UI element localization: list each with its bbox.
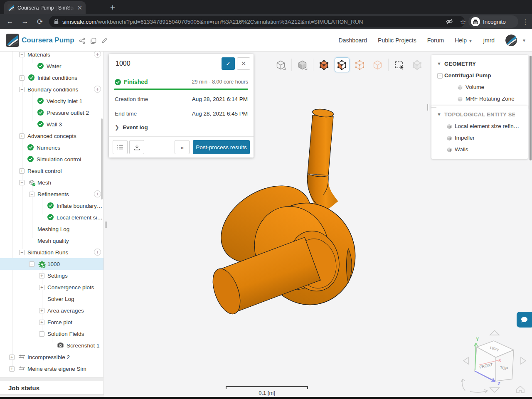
nav-dashboard[interactable]: Dashboard <box>339 37 367 44</box>
tree-item-incompressible-2[interactable]: +Incompressible 2 <box>0 351 104 363</box>
support-chat-button[interactable] <box>517 312 532 328</box>
url-bar[interactable]: simscale.com/workbench/?pid=613347891504… <box>49 16 465 27</box>
download-results-button[interactable] <box>129 140 144 154</box>
add-child-button[interactable]: + <box>94 249 101 256</box>
tree-item-numerics[interactable]: Numerics <box>0 142 104 153</box>
expand-plus-icon[interactable]: + <box>39 320 44 325</box>
add-child-button[interactable]: + <box>94 86 101 93</box>
view-solid-button[interactable] <box>295 57 310 72</box>
tree-item-pressure-outlet-2[interactable]: Pressure outlet 2 <box>0 107 104 118</box>
tree-item-screenshot-1[interactable]: Screenshot 1 <box>0 340 104 351</box>
mesh-surface-button[interactable] <box>335 57 350 72</box>
browser-tab[interactable]: Coursera Pump | SimScale ✕ <box>4 1 86 14</box>
nav-public-projects[interactable]: Public Projects <box>378 37 416 44</box>
expand-plus-icon[interactable]: + <box>39 285 44 290</box>
tree-item-local-element-si[interactable]: Local element si… <box>0 212 104 223</box>
navigation-cube[interactable]: X Y Z LEFT FRONT TOP <box>459 328 530 395</box>
tree-item-solver-log[interactable]: Solver Log <box>0 293 104 305</box>
post-process-results-button[interactable]: Post-process results <box>193 140 250 154</box>
event-list-button[interactable] <box>113 140 128 154</box>
collapse-minus-icon[interactable]: − <box>29 192 34 197</box>
expand-plus-icon[interactable]: + <box>39 308 44 313</box>
expand-plus-icon[interactable]: + <box>19 75 25 81</box>
tree-item-initial-conditions[interactable]: +Initial conditions <box>0 72 104 84</box>
add-child-button[interactable]: + <box>94 190 101 197</box>
mesh-wire-button[interactable] <box>370 57 385 72</box>
account-chevron-down-icon[interactable]: ▼ <box>522 38 526 43</box>
share-icon[interactable] <box>79 37 85 46</box>
collapse-minus-icon[interactable]: − <box>19 180 25 185</box>
chevron-down-icon[interactable]: ▼ <box>437 112 441 117</box>
expand-plus-icon[interactable]: + <box>19 168 25 174</box>
expand-plus-icon[interactable]: + <box>9 355 15 360</box>
project-title[interactable]: Coursera Pump <box>22 36 74 44</box>
right-panel-scrollbar[interactable] <box>530 56 532 160</box>
tree-item-advanced-concepts[interactable]: +Advanced concepts <box>0 130 104 142</box>
avatar[interactable] <box>505 34 517 46</box>
topo-item-impeller[interactable]: Impeller <box>431 132 528 144</box>
expand-plus-icon[interactable]: + <box>39 273 44 278</box>
tree-item-convergence-plots[interactable]: +Convergence plots <box>0 281 104 293</box>
confirm-check-button[interactable]: ✓ <box>222 57 235 70</box>
collapse-minus-icon[interactable]: − <box>29 261 34 267</box>
forward-icon[interactable]: → <box>17 17 32 26</box>
sidebar-resize-handle[interactable] <box>105 222 107 228</box>
geometry-root-centrifugal-pump[interactable]: −Centrifugal Pump <box>431 70 528 81</box>
tree-item-settings[interactable]: +Settings <box>0 270 104 281</box>
collapse-minus-icon[interactable]: − <box>19 52 25 57</box>
add-child-button[interactable]: + <box>94 52 101 58</box>
tree-item-mesh[interactable]: −Mesh <box>0 177 104 188</box>
reload-icon[interactable]: ⟳ <box>32 17 47 26</box>
tree-item-1000[interactable]: −1000 <box>0 258 104 270</box>
close-dialog-button[interactable]: ✕ <box>237 57 250 70</box>
simscale-logo[interactable] <box>6 34 19 49</box>
mesh-solid-button[interactable] <box>317 57 332 72</box>
collapse-minus-icon[interactable]: − <box>437 73 443 79</box>
tree-item-force-plot[interactable]: +Force plot <box>0 316 104 328</box>
browser-menu-icon[interactable]: ⋮ <box>520 16 530 27</box>
3d-viewport[interactable]: 1000 ✓ ✕ Finished 29 min - 8.00 core hou… <box>104 52 532 399</box>
hide-eye-icon[interactable] <box>443 16 456 27</box>
right-panel-resize-handle[interactable] <box>427 104 429 111</box>
tab-close-icon[interactable]: ✕ <box>77 4 82 12</box>
expand-plus-icon[interactable]: + <box>9 366 15 372</box>
geometry-item-volume[interactable]: Volume <box>431 81 528 93</box>
new-tab-button[interactable]: + <box>107 2 118 13</box>
collapse-minus-icon[interactable]: − <box>19 250 25 255</box>
tree-item-area-averages[interactable]: +Area averages <box>0 305 104 316</box>
tree-scrollbar[interactable] <box>101 118 103 200</box>
tree-item-inflate-boundary[interactable]: Inflate boundary… <box>0 200 104 212</box>
geometry-item-mrf-rotating-zone[interactable]: MRF Rotating Zone <box>431 93 528 105</box>
chevron-down-icon[interactable]: ▼ <box>437 61 441 66</box>
tree-item-boundary-conditions[interactable]: −Boundary conditions+ <box>0 84 104 95</box>
view-wireframe-button[interactable] <box>273 57 288 72</box>
collapse-minus-icon[interactable]: − <box>19 87 25 92</box>
expand-plus-icon[interactable]: + <box>19 133 25 139</box>
tree-item-meine-erste-eigene-sim[interactable]: +Meine erste eigene Sim <box>0 363 104 374</box>
event-log-toggle[interactable]: ❯ Event log <box>109 121 254 136</box>
topo-item-local-element-size-refin[interactable]: Local element size refin… <box>431 121 528 132</box>
tree-item-result-control[interactable]: +Result control <box>0 165 104 177</box>
mesh-vertices-button[interactable] <box>352 57 367 72</box>
run-name[interactable]: 1000 <box>116 60 219 67</box>
geometry-header[interactable]: ▼GEOMETRY <box>431 58 528 70</box>
nav-username[interactable]: jmrd <box>483 37 495 44</box>
tree-item-simulation-control[interactable]: Simulation control <box>0 153 104 165</box>
tree-item-water[interactable]: Water <box>0 60 104 72</box>
box-select-button[interactable] <box>392 57 407 72</box>
topo-header[interactable]: ▼TOPOLOGICAL ENTITY SETS <box>431 109 528 121</box>
back-icon[interactable]: ← <box>2 17 17 26</box>
collapse-minus-icon[interactable]: − <box>39 331 44 337</box>
more-actions-button[interactable]: » <box>175 140 190 154</box>
tree-item-refinements[interactable]: −Refinements+ <box>0 188 104 200</box>
tree-item-materials[interactable]: −Materials+ <box>0 52 104 60</box>
tree-item-velocity-inlet-1[interactable]: Velocity inlet 1 <box>0 95 104 107</box>
tree-item-solution-fields[interactable]: −Solution Fields <box>0 328 104 340</box>
job-status-bar[interactable]: Job status <box>0 381 104 395</box>
bookmark-star-icon[interactable]: ☆ <box>457 16 469 27</box>
nav-forum[interactable]: Forum <box>427 37 444 44</box>
tree-item-wall-3[interactable]: Wall 3 <box>0 118 104 130</box>
tree-item-simulation-runs[interactable]: −Simulation Runs+ <box>0 246 104 258</box>
tree-item-mesh-quality[interactable]: Mesh quality <box>0 235 104 246</box>
nav-help[interactable]: Help▼ <box>455 37 473 44</box>
